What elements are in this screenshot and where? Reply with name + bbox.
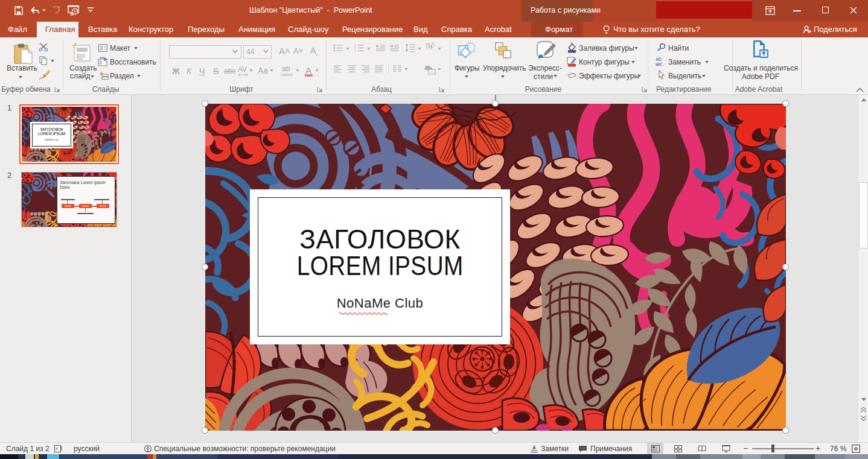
svg-text:3: 3: [354, 50, 356, 52]
svg-text:x: x: [56, 446, 58, 451]
svg-text:ac: ac: [657, 61, 663, 66]
svg-text:A: A: [431, 42, 435, 47]
